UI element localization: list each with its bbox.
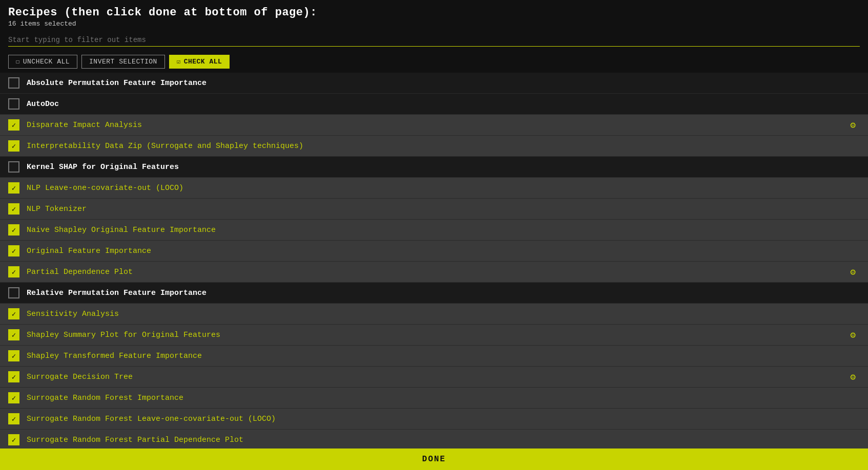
item-label: Original Feature Importance xyxy=(27,247,860,255)
item-checkbox[interactable]: ✓ xyxy=(8,392,19,403)
item-label: Interpretability Data Zip (Surrogate and… xyxy=(27,142,860,151)
checkmark-icon: ✓ xyxy=(12,142,16,151)
item-checkbox[interactable]: ✓ xyxy=(8,371,19,382)
item-label: Surrogate Decision Tree xyxy=(27,373,850,381)
item-checkbox[interactable]: ✓ xyxy=(8,224,19,236)
item-label: Partial Dependence Plot xyxy=(27,268,850,276)
checkmark-icon: ✓ xyxy=(12,436,16,444)
list-item[interactable]: ✓Surrogate Random Forest Partial Depende… xyxy=(0,430,868,448)
uncheck-all-button[interactable]: ☐ UNCHECK ALL xyxy=(8,55,77,69)
invert-selection-button[interactable]: INVERT SELECTION xyxy=(81,55,165,69)
item-label: Shapley Summary Plot for Original Featur… xyxy=(27,331,850,339)
checkmark-icon: ✓ xyxy=(12,205,16,213)
checkmark-icon: ✓ xyxy=(12,415,16,423)
list-item[interactable]: ✓Sensitivity Analysis xyxy=(0,304,868,325)
toolbar: ☐ UNCHECK ALL INVERT SELECTION ☑ CHECK A… xyxy=(0,51,868,73)
gear-icon[interactable]: ⚙ xyxy=(850,266,856,277)
done-label: DONE xyxy=(422,455,446,464)
list-item[interactable]: ✓Surrogate Random Forest Leave-one-covar… xyxy=(0,409,868,430)
item-checkbox[interactable]: ✓ xyxy=(8,329,19,340)
item-label: NLP Leave-one-covariate-out (LOCO) xyxy=(27,184,860,193)
list-item[interactable]: ✓NLP Leave-one-covariate-out (LOCO) xyxy=(0,178,868,199)
item-checkbox[interactable] xyxy=(8,77,19,89)
list-item[interactable]: ✓Surrogate Random Forest Importance xyxy=(0,388,868,409)
list-item[interactable]: ✓Shapley Summary Plot for Original Featu… xyxy=(0,325,868,346)
checkmark-icon: ✓ xyxy=(12,247,16,255)
item-checkbox[interactable]: ✓ xyxy=(8,119,19,131)
gear-icon[interactable]: ⚙ xyxy=(850,371,856,382)
item-label: NLP Tokenizer xyxy=(27,205,860,213)
item-checkbox[interactable]: ✓ xyxy=(8,266,19,277)
item-label: Surrogate Random Forest Partial Dependen… xyxy=(27,436,860,444)
checkmark-icon: ✓ xyxy=(12,373,16,381)
list-item[interactable]: ✓Shapley Transformed Feature Importance xyxy=(0,346,868,367)
uncheck-all-label: UNCHECK ALL xyxy=(23,58,70,66)
header-area: Recipes (then click done at bottom of pa… xyxy=(0,0,868,30)
check-all-button[interactable]: ☑ CHECK ALL xyxy=(169,55,230,69)
checkmark-icon: ✓ xyxy=(12,121,16,130)
item-label: Surrogate Random Forest Leave-one-covari… xyxy=(27,415,860,423)
item-label: Naive Shapley Original Feature Importanc… xyxy=(27,226,860,234)
list-item[interactable]: ✓NLP Tokenizer xyxy=(0,199,868,220)
list-item[interactable]: Relative Permutation Feature Importance xyxy=(0,283,868,304)
item-checkbox[interactable] xyxy=(8,98,19,110)
list-item[interactable]: ✓Interpretability Data Zip (Surrogate an… xyxy=(0,136,868,157)
uncheck-checkbox-icon: ☐ xyxy=(16,58,20,66)
gear-icon[interactable]: ⚙ xyxy=(850,119,856,131)
item-label: Shapley Transformed Feature Importance xyxy=(27,352,860,360)
item-checkbox[interactable]: ✓ xyxy=(8,182,19,194)
item-checkbox[interactable]: ✓ xyxy=(8,308,19,319)
item-label: Disparate Impact Analysis xyxy=(27,121,850,130)
item-label: Kernel SHAP for Original Features xyxy=(27,163,860,172)
items-list: Absolute Permutation Feature ImportanceA… xyxy=(0,73,868,448)
item-checkbox[interactable] xyxy=(8,161,19,173)
filter-input[interactable] xyxy=(8,34,860,47)
checkmark-icon: ✓ xyxy=(12,310,16,318)
item-checkbox[interactable]: ✓ xyxy=(8,140,19,152)
item-checkbox[interactable]: ✓ xyxy=(8,434,19,445)
list-item[interactable]: ✓Original Feature Importance xyxy=(0,241,868,262)
list-item[interactable]: Absolute Permutation Feature Importance xyxy=(0,73,868,94)
items-selected: 16 items selected xyxy=(8,20,860,28)
check-all-label: CHECK ALL xyxy=(184,58,222,66)
item-checkbox[interactable]: ✓ xyxy=(8,245,19,257)
checkmark-icon: ✓ xyxy=(12,268,16,276)
checkmark-icon: ✓ xyxy=(12,184,16,193)
list-item[interactable]: ✓Surrogate Decision Tree⚙ xyxy=(0,367,868,388)
gear-icon[interactable]: ⚙ xyxy=(850,329,856,340)
list-item[interactable]: ✓Partial Dependence Plot⚙ xyxy=(0,262,868,283)
checkmark-icon: ✓ xyxy=(12,331,16,339)
item-label: Sensitivity Analysis xyxy=(27,310,860,318)
item-label: Absolute Permutation Feature Importance xyxy=(27,79,860,88)
item-label: Surrogate Random Forest Importance xyxy=(27,394,860,402)
filter-area xyxy=(0,30,868,51)
item-label: Relative Permutation Feature Importance xyxy=(27,289,860,297)
checkmark-icon: ✓ xyxy=(12,226,16,234)
list-item[interactable]: ✓Disparate Impact Analysis⚙ xyxy=(0,115,868,136)
list-item[interactable]: AutoDoc xyxy=(0,94,868,115)
done-bar[interactable]: DONE xyxy=(0,448,868,470)
page-title: Recipes (then click done at bottom of pa… xyxy=(8,6,860,19)
item-checkbox[interactable]: ✓ xyxy=(8,203,19,215)
list-item[interactable]: Kernel SHAP for Original Features xyxy=(0,157,868,178)
checkmark-icon: ✓ xyxy=(12,394,16,402)
item-checkbox[interactable]: ✓ xyxy=(8,350,19,361)
item-checkbox[interactable] xyxy=(8,287,19,298)
checkmark-icon: ✓ xyxy=(12,352,16,360)
item-label: AutoDoc xyxy=(27,100,860,109)
item-checkbox[interactable]: ✓ xyxy=(8,413,19,424)
check-checkbox-icon: ☑ xyxy=(177,58,181,66)
invert-selection-label: INVERT SELECTION xyxy=(89,58,157,66)
list-item[interactable]: ✓Naive Shapley Original Feature Importan… xyxy=(0,220,868,241)
